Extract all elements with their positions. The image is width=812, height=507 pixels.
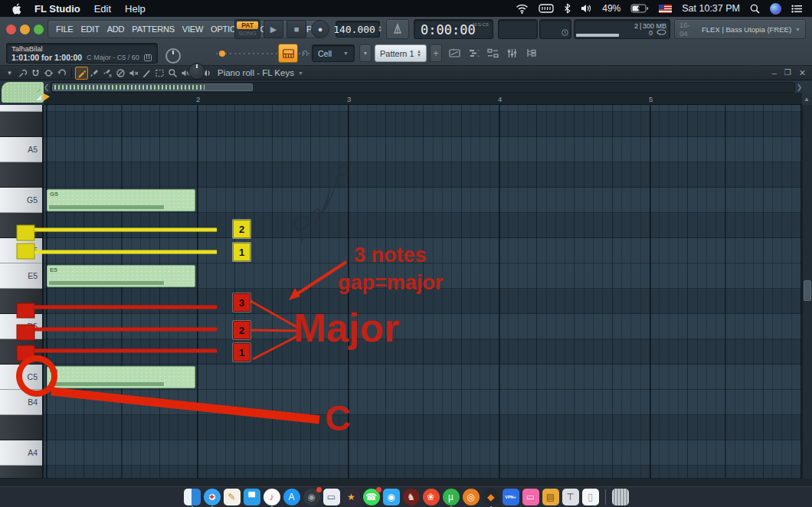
playhead-marker[interactable] — [44, 93, 50, 103]
pattern-selector[interactable]: Pattern 1 ▲▼ — [375, 44, 427, 62]
speaker-mute-button[interactable] — [127, 67, 140, 80]
dock-game-icon[interactable]: ♞ — [403, 489, 420, 505]
fl-menu-edit[interactable]: EDIT — [80, 25, 99, 34]
fl-menu-add[interactable]: ADD — [107, 25, 125, 34]
dock-whatsapp-icon[interactable]: ☎ — [363, 489, 380, 505]
record-button[interactable]: ● — [311, 20, 329, 38]
horizontal-scrollbar[interactable] — [51, 82, 795, 93]
pattern-stepper[interactable]: ▲▼ — [417, 50, 421, 57]
select-tool-button[interactable] — [153, 67, 166, 80]
piano-key-F5[interactable]: F5 — [0, 238, 42, 263]
piano-key-A5[interactable]: A5 — [0, 137, 42, 162]
master-pitch-knob[interactable] — [165, 48, 181, 64]
dock-fl-studio-icon[interactable]: ◆ — [483, 489, 499, 505]
dock-display-icon[interactable]: ▭ — [522, 489, 539, 505]
dock-vpn-icon[interactable]: VPN+ — [503, 489, 519, 505]
dock-document-icon[interactable]: ▯ — [582, 489, 599, 505]
pr-close-button[interactable]: ✕ — [799, 68, 806, 78]
pr-title-dropdown-icon[interactable]: ▼ — [298, 70, 303, 76]
piano-key-B4[interactable]: B4 — [0, 390, 42, 415]
plugin-picker[interactable]: 16-04 FLEX | Bass Utopia (FREE) ▼ — [674, 19, 806, 39]
song-mode-label[interactable]: SONG — [238, 30, 257, 37]
fl-menu-view[interactable]: VIEW — [182, 25, 203, 34]
playlist-view-button[interactable] — [447, 44, 463, 61]
piano-key-Fs5[interactable] — [0, 213, 42, 238]
menubar-clock[interactable]: Sat 10:37 PM — [682, 3, 740, 14]
delete-tool-button[interactable] — [101, 67, 114, 80]
piano-key-C5[interactable]: C5 — [0, 365, 42, 390]
dock-utorrent-icon[interactable]: µ — [443, 489, 460, 505]
wrench-icon[interactable] — [16, 67, 29, 80]
apple-icon[interactable] — [11, 3, 21, 15]
pr-menu-dropdown[interactable]: ▼ — [3, 67, 16, 80]
dock-finder-icon[interactable] — [184, 489, 201, 505]
fl-menu-file[interactable]: FILE — [56, 25, 73, 34]
dock-clamp-icon[interactable]: ⊤ — [562, 489, 579, 505]
snap-icon[interactable] — [42, 67, 55, 80]
vertical-scrollbar[interactable] — [802, 105, 812, 479]
draw-tool-button[interactable] — [75, 67, 88, 80]
slice-tool-button[interactable] — [140, 67, 153, 80]
dock-photos-icon[interactable]: ❀ — [423, 489, 440, 505]
keyboard-layout-flag[interactable] — [659, 5, 672, 13]
zoom-window-button[interactable] — [34, 25, 44, 34]
zoom-tool-button[interactable] — [166, 67, 179, 80]
vscroll-thumb[interactable] — [804, 280, 811, 301]
piano-key-D5[interactable]: D5 — [0, 314, 42, 339]
paint-tool-button[interactable] — [88, 67, 101, 80]
dock-blender-icon[interactable]: ◎ — [463, 489, 480, 505]
typing-keyboard-button[interactable] — [278, 44, 298, 63]
piano-key-A4[interactable]: A4 — [0, 440, 42, 466]
mixer-view-button[interactable] — [504, 44, 520, 61]
dock-imovie-icon[interactable]: ★ — [343, 489, 360, 505]
dock-facetime-icon[interactable]: ◉ — [383, 489, 400, 505]
headphone-icon[interactable]: ∩ — [301, 46, 309, 58]
channelrack-view-button[interactable] — [485, 44, 501, 61]
menubar-edit[interactable]: Edit — [94, 3, 111, 15]
close-window-button[interactable] — [6, 25, 16, 34]
bluetooth-icon[interactable] — [564, 3, 571, 14]
scroll-right-button[interactable]: ❯ — [796, 82, 803, 93]
pattern-dropdown-button[interactable]: ▼ — [359, 44, 372, 62]
hscroll-thumb[interactable] — [52, 83, 253, 91]
pr-restore-button[interactable]: ❐ — [784, 68, 791, 78]
pianoroll-view-button[interactable] — [466, 44, 482, 61]
piano-key-As5[interactable] — [0, 112, 42, 137]
pat-mode-label[interactable]: PAT — [237, 21, 258, 29]
mute-tool-button[interactable] — [114, 67, 127, 80]
note-preview-corner[interactable]: ◞ — [2, 82, 44, 103]
dock-music-icon[interactable]: ♪ — [264, 489, 280, 505]
dock-textedit-icon[interactable]: ✎ — [224, 489, 241, 505]
midi-note-G5[interactable]: G5 — [47, 189, 195, 211]
piano-key-E5[interactable]: E5 — [0, 263, 42, 289]
piano-key-B5[interactable] — [0, 105, 42, 112]
menubar-app-name[interactable]: FL Studio — [34, 3, 80, 15]
timeline-ruler[interactable]: 2345 — [44, 93, 802, 105]
magnet-icon[interactable] — [29, 67, 42, 80]
search-icon[interactable] — [750, 4, 760, 14]
dock-keynote-icon[interactable]: ▀ — [244, 489, 260, 505]
slider-handle[interactable] — [219, 51, 225, 57]
master-volume-knob[interactable] — [188, 63, 205, 80]
piano-key-G5[interactable]: G5 — [0, 188, 42, 213]
dock-trash-icon[interactable] — [612, 489, 629, 505]
scroll-up-button[interactable]: ▲ — [802, 93, 811, 105]
volume-icon[interactable] — [581, 4, 592, 13]
minimize-window-button[interactable] — [20, 25, 30, 34]
time-display[interactable]: 0:00:00 M:S:CS — [414, 19, 493, 39]
pianoroll-window-title[interactable]: Piano roll - FL Keys — [218, 68, 294, 77]
pr-minimize-button[interactable]: – — [772, 68, 777, 78]
midi-note-C5[interactable]: C5 — [47, 366, 195, 388]
scroll-left-button[interactable]: ❮ — [43, 82, 50, 93]
midi-note-E5[interactable]: E5 — [47, 265, 195, 287]
undo-icon[interactable] — [55, 67, 68, 80]
piano-key-As4[interactable] — [0, 415, 42, 440]
piano-key-Ds5[interactable] — [0, 289, 42, 314]
dock-safari-icon[interactable]: ✦ — [204, 489, 221, 505]
tempo-stepper[interactable]: ▲▼ — [378, 25, 382, 33]
tempo-display[interactable]: 140.000 ▲▼ — [336, 21, 380, 38]
stop-button[interactable]: ■ — [286, 20, 306, 38]
piano-key-Cs5[interactable] — [0, 339, 42, 365]
wifi-icon[interactable] — [516, 4, 529, 14]
tap-tempo-button[interactable] — [386, 19, 409, 39]
